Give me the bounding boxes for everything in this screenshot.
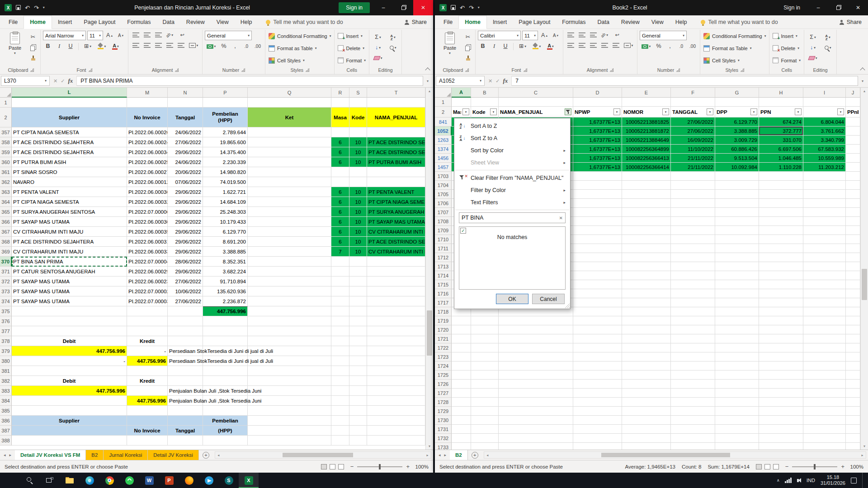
page-layout-view-icon[interactable] [764,464,770,469]
cell-L369[interactable]: CV CITRAHARUM INTI MAJU [12,247,127,257]
cell-R365[interactable]: 6 [331,207,349,217]
cell-D1457[interactable]: 1,67377E+13 [573,163,622,172]
cell-J1722[interactable] [846,343,860,352]
cell-M366[interactable]: PI.2022.06.00030 [127,217,168,227]
cell-T1[interactable] [367,98,425,108]
collapse-ribbon-icon[interactable] [860,67,865,72]
cell-J1707[interactable] [846,208,860,217]
cell-F1712[interactable] [671,253,715,262]
row-header-1710[interactable]: 1710 [435,235,452,244]
cell-Q382[interactable] [248,376,331,386]
redo-button[interactable]: ↷ [34,5,39,11]
cell-F1456[interactable]: 21/11/2022 [671,154,715,163]
zoom-slider[interactable] [792,466,837,467]
cell-E1[interactable] [622,98,671,107]
cell-B1722[interactable] [471,343,499,352]
cell-D1721[interactable] [573,334,622,343]
cell-G1705[interactable] [715,190,759,199]
cell-H1707[interactable] [759,208,803,217]
cell-J1703[interactable] [846,172,860,181]
cell-M377[interactable] [127,326,168,336]
cell-G1719[interactable] [715,316,759,325]
cell-E1715[interactable] [622,280,671,289]
cell-A1720[interactable] [452,325,471,334]
cell-I1718[interactable] [803,307,846,316]
filter-dropdown-button-A[interactable]: ▾ [462,108,469,115]
underline-button[interactable]: U [500,42,510,51]
zoom-level[interactable]: 100% [848,464,863,469]
cell-A1723[interactable] [452,352,471,361]
align-right-button[interactable] [153,41,163,50]
row-header-1722[interactable]: 1722 [435,343,452,352]
clear-button[interactable]: ▾ [807,54,819,62]
cell-P376[interactable] [203,316,248,326]
cell-T370[interactable] [367,257,425,267]
scrollbar-thumb[interactable] [427,310,432,356]
cell-N2[interactable]: Tanggal [168,108,203,127]
row-header-1733[interactable]: 1733 [435,443,452,450]
dialog-launcher-icon[interactable] [241,68,245,72]
cell-G1456[interactable]: 9.513.504 [715,154,759,163]
cell-P387[interactable]: (HPP) [203,426,248,436]
sheet-tab-jurnal-koreksi[interactable]: Jurnal Koreksi [104,450,148,460]
speaker-icon[interactable] [797,478,801,483]
cell-S384[interactable] [349,396,367,406]
action-center-icon[interactable] [851,478,857,483]
row-header-1707[interactable]: 1707 [435,208,452,217]
cell-G1718[interactable] [715,307,759,316]
cell-F1706[interactable] [671,199,715,208]
cell-F1707[interactable] [671,208,715,217]
cell-H1[interactable] [759,98,803,107]
taskbar-sharepoint-button[interactable]: S [219,473,239,488]
cell-D1713[interactable] [573,262,622,271]
cell-L388[interactable] [12,436,127,446]
cell-D2[interactable]: NPWP▾ [573,107,622,117]
cell-R373[interactable] [331,286,349,296]
cell-A1722[interactable] [452,343,471,352]
row-header-1716[interactable]: 1716 [435,289,452,298]
cell-D1706[interactable] [573,199,622,208]
save-button[interactable] [16,5,21,11]
cell-E1720[interactable] [622,325,671,334]
column-header-C[interactable]: C [499,88,573,98]
cell-H1704[interactable] [759,181,803,190]
zoom-knob[interactable] [814,464,816,469]
cell-D1052[interactable]: 1,67377E+13 [573,127,622,136]
cell-G1722[interactable] [715,343,759,352]
share-button[interactable]: Share [405,15,430,28]
cancel-entry-icon[interactable]: ✕ [488,78,492,84]
cell-F1729[interactable] [671,407,715,416]
cell-P1[interactable] [203,98,248,108]
zoom-slider[interactable] [357,466,402,467]
cell-D1704[interactable] [573,181,622,190]
cell-N383[interactable]: Penjualan Bulan Juli ,Stok Tersedia Juni [168,386,203,396]
cell-E1724[interactable] [622,361,671,371]
cell-H1712[interactable] [759,253,803,262]
cell-H1374[interactable]: 6.697.506 [759,145,803,154]
column-header-G[interactable]: G [715,88,759,98]
menu-item-clear-filter-from-nama-penjual[interactable]: ✕Clear Filter From "NAMA_PENJUAL" [454,172,570,184]
cell-L378[interactable]: Debit [12,336,127,346]
cell-E1722[interactable] [622,343,671,352]
zoom-in-icon[interactable]: + [406,463,410,470]
cell-L385[interactable] [12,406,127,416]
cell-L375[interactable] [12,306,127,316]
cell-H1709[interactable] [759,226,803,235]
cell-C1721[interactable] [499,334,573,343]
cell-R388[interactable] [331,436,349,446]
cell-J1713[interactable] [846,262,860,271]
cell-R378[interactable] [331,336,349,346]
cell-D1709[interactable] [573,226,622,235]
ribbon-tab-formulas[interactable]: Formulas [556,15,591,28]
cell-F1052[interactable]: 27/06/2022 [671,127,715,136]
autosum-button[interactable]: Σ▾ [372,33,384,42]
cell-M360[interactable]: PI.2022.06.00025 [127,157,168,167]
clear-search-icon[interactable]: ✕ [559,216,563,221]
cell-D1374[interactable]: 1,67377E+13 [573,145,622,154]
cell-E1729[interactable] [622,407,671,416]
ribbon-tab-review[interactable]: Review [615,15,646,28]
menu-item-sheet-view[interactable]: Sheet View▸ [454,156,570,169]
row-header-1711[interactable]: 1711 [435,244,452,253]
cell-F1722[interactable] [671,343,715,352]
column-header-A[interactable]: A [452,88,471,98]
